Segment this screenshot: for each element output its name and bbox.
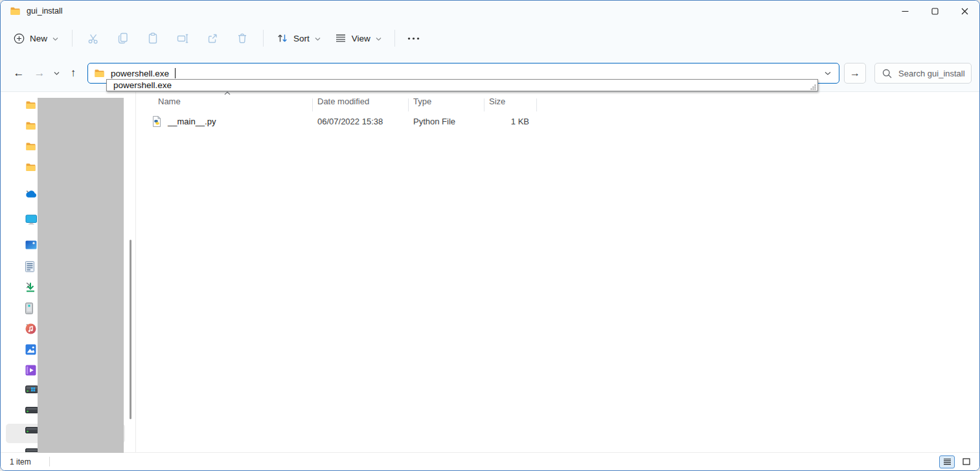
item-count: 1 item: [10, 457, 31, 466]
status-bar: 1 item: [1, 452, 979, 470]
column-header-name[interactable]: Name: [145, 97, 312, 106]
folder-icon: [94, 69, 105, 78]
file-type: Python File: [408, 117, 484, 126]
arrow-up-icon: ↑: [71, 67, 76, 80]
resize-grip-icon[interactable]: [810, 84, 816, 90]
ellipsis-icon: [407, 37, 420, 40]
delete-button[interactable]: [227, 27, 257, 49]
view-toggles: [939, 455, 974, 468]
maximize-icon: [931, 8, 939, 15]
chevron-down-icon: [52, 37, 58, 41]
address-autocomplete-dropdown: powershell.exe: [106, 79, 818, 91]
chevron-down-icon[interactable]: [825, 71, 833, 76]
toolbar-separator: [72, 30, 73, 47]
text-caret: [175, 68, 176, 78]
back-button[interactable]: ←: [8, 63, 29, 84]
desktop-icon: [25, 240, 37, 249]
downloads-icon: [25, 282, 36, 293]
documents-icon: [25, 261, 34, 272]
chevron-down-icon: [376, 37, 382, 41]
recent-locations-button[interactable]: [50, 63, 63, 84]
paste-button[interactable]: [138, 27, 168, 49]
rename-icon: [177, 32, 189, 44]
folder-icon: [25, 142, 36, 151]
autocomplete-item[interactable]: powershell.exe: [113, 80, 172, 90]
window-chrome: gui_install New: [1, 1, 979, 92]
toolbar-separator: [394, 30, 395, 47]
clipboard-icon: [147, 32, 159, 44]
column-header-type[interactable]: Type: [408, 97, 484, 106]
videos-icon: [25, 365, 36, 376]
trash-icon: [236, 32, 248, 44]
more-options-button[interactable]: [401, 27, 427, 49]
onedrive-cloud-icon: [25, 190, 38, 198]
sort-button[interactable]: Sort: [269, 27, 328, 49]
copy-button[interactable]: [108, 27, 138, 49]
sort-arrows-icon: [277, 33, 288, 43]
up-button[interactable]: ↑: [63, 63, 84, 84]
folder-icon: [25, 100, 36, 109]
sidebar-scrollbar[interactable]: [130, 240, 131, 419]
details-view-button[interactable]: [939, 455, 955, 468]
file-date-modified: 06/07/2022 15:38: [312, 117, 408, 126]
sort-button-label: Sort: [293, 34, 310, 43]
folder-icon: [25, 121, 36, 130]
search-box[interactable]: Search gui_install: [874, 63, 972, 84]
circle-plus-icon: [14, 33, 25, 44]
pictures-icon: [25, 344, 36, 355]
redacted-labels-block: [38, 98, 124, 453]
maximize-button[interactable]: [920, 1, 950, 21]
new-button-label: New: [30, 34, 47, 43]
edit-action-buttons: [78, 27, 257, 49]
close-button[interactable]: [950, 1, 979, 21]
chevron-down-icon: [315, 37, 321, 41]
folder-icon: [25, 163, 36, 172]
share-icon: [207, 32, 218, 44]
chevron-down-icon: [54, 71, 60, 76]
explorer-body: Name Date modified Type Size __main__.py…: [1, 92, 979, 453]
arrow-right-icon: →: [34, 67, 45, 80]
this-pc-monitor-icon: [25, 214, 38, 225]
cut-button[interactable]: [78, 27, 108, 49]
icons-view-button[interactable]: [959, 455, 974, 468]
new-button[interactable]: New: [6, 27, 66, 49]
music-icon: [25, 323, 36, 334]
column-header-size[interactable]: Size: [484, 97, 537, 106]
python-file-icon: [152, 116, 162, 127]
address-input-value[interactable]: powershell.exe: [111, 69, 169, 78]
navigation-pane: [1, 92, 136, 453]
share-button[interactable]: [198, 27, 227, 49]
file-rows: __main__.py06/07/2022 15:38Python File1 …: [145, 111, 979, 131]
column-headers: Name Date modified Type Size: [145, 93, 979, 110]
phone-device-icon: [25, 303, 33, 314]
file-size: 1 KB: [484, 117, 537, 126]
forward-button[interactable]: →: [29, 63, 50, 84]
file-row[interactable]: __main__.py06/07/2022 15:38Python File1 …: [145, 111, 979, 131]
scissors-icon: [87, 32, 100, 45]
file-name-cell[interactable]: __main__.py: [145, 116, 312, 127]
minimize-icon: [902, 8, 909, 15]
view-lines-icon: [335, 34, 347, 43]
copy-icon: [117, 32, 129, 44]
title-bar: gui_install: [1, 1, 979, 21]
file-explorer-window: gui_install New: [0, 0, 980, 471]
drive-icon: [25, 407, 38, 413]
rename-button[interactable]: [168, 27, 198, 49]
icons-view-icon: [963, 458, 970, 465]
search-placeholder: Search gui_install: [898, 69, 965, 78]
minimize-button[interactable]: [890, 1, 920, 21]
view-button[interactable]: View: [328, 27, 389, 49]
sort-ascending-icon: [224, 91, 231, 95]
file-name: __main__.py: [168, 117, 216, 126]
status-separator: [49, 457, 50, 466]
column-header-date-modified[interactable]: Date modified: [312, 97, 408, 106]
window-title: gui_install: [27, 6, 63, 16]
details-view-icon: [943, 458, 952, 465]
go-button[interactable]: →: [844, 63, 866, 84]
windows-drive-icon: [25, 385, 38, 393]
file-list-pane: Name Date modified Type Size __main__.py…: [136, 92, 979, 453]
search-icon: [882, 69, 892, 78]
view-button-label: View: [352, 34, 370, 43]
toolbar-separator: [263, 30, 264, 47]
folder-icon: [10, 6, 21, 16]
